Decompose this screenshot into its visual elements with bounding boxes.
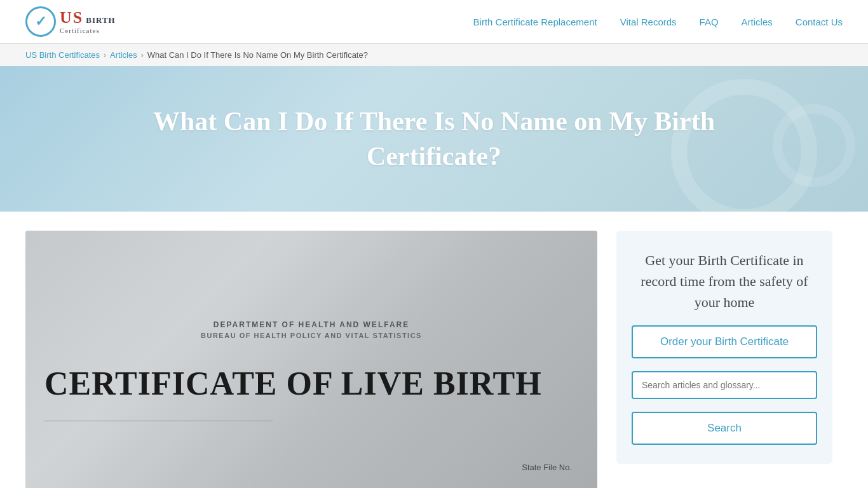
logo-birth: BIRTH [86,16,115,25]
breadcrumb-home[interactable]: US Birth Certificates [25,50,100,60]
cert-image: DEPARTMENT OF HEALTH AND WELFARE BUREAU … [25,231,597,488]
logo-text: US BIRTH Certificates [60,9,116,35]
nav-faq[interactable]: FAQ [700,17,719,27]
cert-bureau: BUREAU OF HEALTH POLICY AND VITAL STATIS… [44,332,578,339]
nav-birth-cert-replacement[interactable]: Birth Certificate Replacement [473,17,597,27]
nav-vital-records[interactable]: Vital Records [620,17,677,27]
breadcrumb-sep-2: › [141,51,144,60]
logo-us: US [60,9,83,27]
cert-background [25,231,597,488]
sidebar-card: Get your Birth Certificate in record tim… [616,231,832,464]
search-button[interactable]: Search [632,412,817,445]
check-icon: ✓ [35,13,46,30]
main-nav: Birth Certificate Replacement Vital Reco… [473,17,843,27]
sidebar: Get your Birth Certificate in record tim… [616,231,832,464]
hero-banner: What Can I Do If There Is No Name on My … [0,66,868,212]
article-area: DEPARTMENT OF HEALTH AND WELFARE BUREAU … [25,231,597,488]
cert-line [44,421,273,421]
page-title: What Can I Do If There Is No Name on My … [148,104,720,173]
nav-contact-us[interactable]: Contact Us [796,17,843,27]
breadcrumb-articles[interactable]: Articles [110,50,137,60]
sidebar-tagline: Get your Birth Certificate in record tim… [632,250,817,313]
logo[interactable]: ✓ US BIRTH Certificates [25,6,116,37]
logo-icon: ✓ [25,6,56,37]
breadcrumb-current: What Can I Do If There Is No Name On My … [147,50,368,60]
breadcrumb: US Birth Certificates › Articles › What … [0,44,868,66]
breadcrumb-sep-1: › [104,51,106,60]
order-birth-certificate-button[interactable]: Order your Birth Certificate [632,325,817,358]
main-content: DEPARTMENT OF HEALTH AND WELFARE BUREAU … [0,212,868,488]
header: ✓ US BIRTH Certificates Birth Certificat… [0,0,868,44]
search-input[interactable] [632,371,817,399]
nav-articles[interactable]: Articles [742,17,773,27]
cert-file-label: State File No. [522,463,572,472]
cert-dept: DEPARTMENT OF HEALTH AND WELFARE [44,320,578,329]
logo-certificates: Certificates [60,27,116,34]
cert-title: CERTIFICATE OF LIVE BIRTH [44,365,578,402]
